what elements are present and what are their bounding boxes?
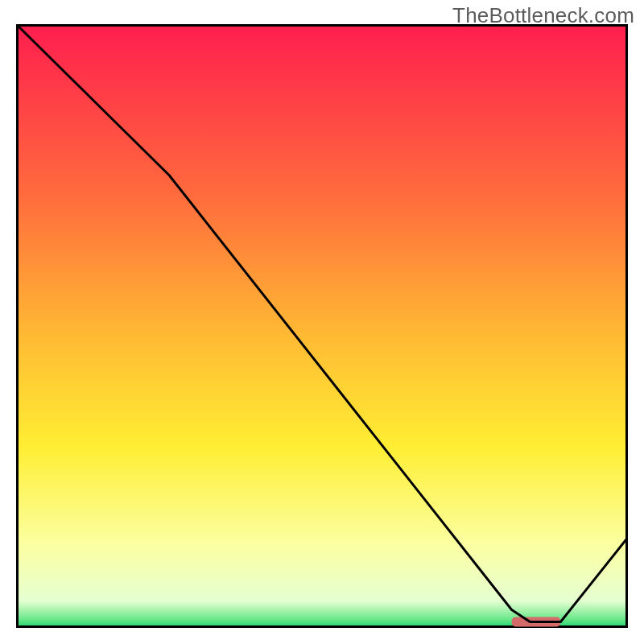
chart-svg (16, 24, 628, 628)
chart-container: TheBottleneck.com (0, 0, 644, 644)
watermark-label: TheBottleneck.com (452, 3, 634, 28)
plot-area (16, 24, 628, 628)
